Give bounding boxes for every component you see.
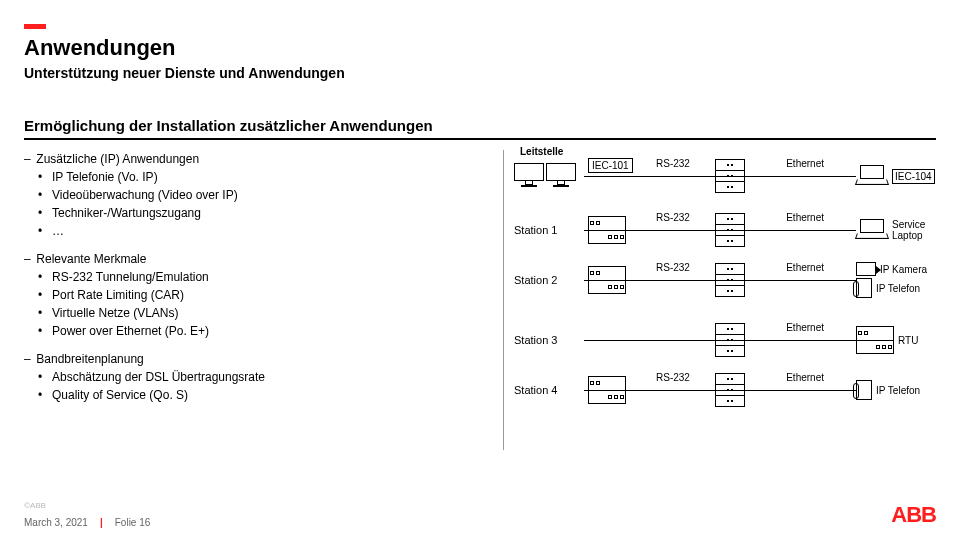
page-title: Anwendungen [24,35,936,61]
station-label: Station 3 [514,334,584,346]
router-icon [715,263,745,297]
monitor-icon [546,163,576,189]
page-subtitle: Unterstützung neuer Dienste und Anwendun… [24,65,936,81]
link-label: RS-232 [654,212,692,223]
phone-icon [856,380,872,400]
router-icon [715,159,745,193]
list2-heading: Bandbreitenplanung [36,352,143,366]
laptop-icon [856,219,888,241]
device-label: IP Telefon [876,385,920,396]
link-label: RS-232 [654,158,692,169]
laptop-icon [856,165,888,187]
protocol-label: IEC-101 [588,158,633,173]
router-icon [715,323,745,357]
list1-heading: Relevante Merkmale [36,252,146,266]
link-label: RS-232 [654,372,692,383]
list-item: Abschätzung der DSL Übertragungsrate [24,368,497,386]
list-item: Virtuelle Netze (VLANs) [24,304,497,322]
list-item: IP Telefonie (Vo. IP) [24,168,497,186]
device-label: Service Laptop [892,219,936,241]
monitor-icon [514,163,544,189]
rack-icon [588,376,626,404]
rack-icon [856,326,894,354]
list-item: RS-232 Tunnelung/Emulation [24,268,497,286]
link-label: Ethernet [784,212,826,223]
bullet-list: – Zusätzliche (IP) Anwendungen IP Telefo… [24,150,504,450]
link-label: Ethernet [784,372,826,383]
link-label: Ethernet [784,322,826,333]
footer-date: March 3, 2021 [24,517,88,528]
list-item: Techniker-/Wartungszugang [24,204,497,222]
network-diagram: Leitstelle IEC-101 RS-232 Ethernet IEC-1… [514,150,936,450]
phone-icon [856,278,872,298]
station-label: Station 2 [514,274,584,286]
footer-slide: Folie 16 [115,517,151,528]
list-item: Power over Ethernet (Po. E+) [24,322,497,340]
rack-icon [588,266,626,294]
station-label: Station 4 [514,384,584,396]
protocol-label: IEC-104 [892,169,935,184]
link-label: Ethernet [784,262,826,273]
list-item: Quality of Service (Qo. S) [24,386,497,404]
list0-heading: Zusätzliche (IP) Anwendungen [36,152,199,166]
link-label: Ethernet [784,158,826,169]
list-item: … [24,222,497,240]
list-item: Port Rate Limiting (CAR) [24,286,497,304]
brand-dash [24,24,46,29]
device-label: RTU [898,335,918,346]
list-item: Videoüberwachung (Video over IP) [24,186,497,204]
footer: March 3, 2021 | Folie 16 ABB [24,517,936,528]
link-label: RS-232 [654,262,692,273]
router-icon [715,373,745,407]
section-title: Ermöglichung der Installation zusätzlich… [24,117,936,140]
brand-logo: ABB [891,502,936,528]
camera-icon [856,262,876,276]
router-icon [715,213,745,247]
rack-icon [588,216,626,244]
station-label: Station 1 [514,224,584,236]
copyright: ©ABB [24,501,46,510]
device-label: IP Telefon [876,283,920,294]
device-label: IP Kamera [880,264,927,275]
